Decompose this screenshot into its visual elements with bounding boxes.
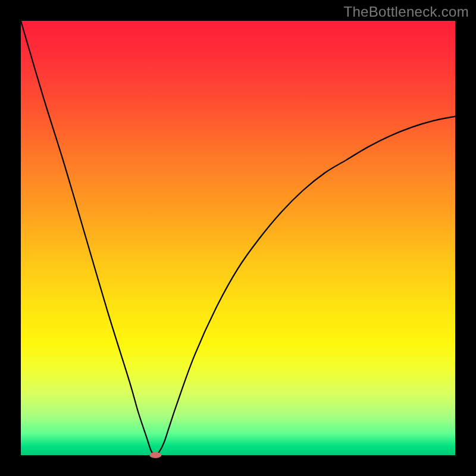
- chart-svg: [21, 21, 455, 455]
- bottleneck-curve: [21, 21, 455, 455]
- chart-frame: TheBottleneck.com: [0, 0, 476, 476]
- plot-area: [21, 21, 455, 455]
- watermark-text: TheBottleneck.com: [343, 4, 469, 20]
- min-marker: [149, 452, 161, 458]
